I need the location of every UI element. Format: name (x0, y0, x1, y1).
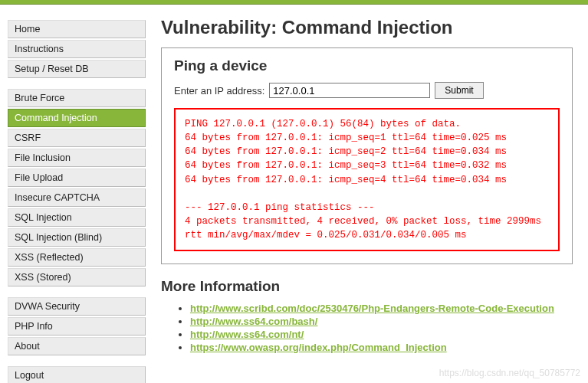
sidebar-item-xss-stored[interactable]: XSS (Stored) (8, 268, 146, 286)
menu-group: DVWA SecurityPHP InfoAbout (8, 297, 146, 355)
info-link[interactable]: http://www.ss64.com/bash/ (190, 316, 317, 327)
sidebar-item-dvwa-security[interactable]: DVWA Security (8, 297, 146, 316)
list-item: http://www.ss64.com/nt/ (190, 329, 573, 340)
sidebar-item-home[interactable]: Home (8, 20, 146, 38)
menu-group: Brute ForceCommand InjectionCSRFFile Inc… (8, 89, 146, 286)
ping-output: PING 127.0.0.1 (127.0.0.1) 56(84) bytes … (174, 108, 560, 251)
sidebar-item-command-injection[interactable]: Command Injection (8, 109, 146, 127)
more-info-heading: More Information (161, 278, 573, 295)
sidebar-item-setup-reset-db[interactable]: Setup / Reset DB (8, 60, 146, 78)
list-item: http://www.ss64.com/bash/ (190, 316, 573, 327)
list-item: http://www.scribd.com/doc/2530476/Php-En… (190, 303, 573, 314)
watermark-text: https://blog.csdn.net/qq_50785772 (439, 368, 580, 378)
sidebar-item-file-upload[interactable]: File Upload (8, 169, 146, 187)
more-info-links: http://www.scribd.com/doc/2530476/Php-En… (161, 303, 573, 353)
main-content: Vulnerability: Command Injection Ping a … (161, 12, 580, 383)
ip-label: Enter an IP address: (174, 85, 264, 97)
info-link[interactable]: http://www.ss64.com/nt/ (190, 329, 304, 340)
ping-form: Enter an IP address: Submit (174, 82, 560, 99)
sidebar-item-instructions[interactable]: Instructions (8, 40, 146, 58)
page-container: HomeInstructionsSetup / Reset DBBrute Fo… (0, 5, 588, 383)
sidebar-item-insecure-captcha[interactable]: Insecure CAPTCHA (8, 188, 146, 207)
ping-panel: Ping a device Enter an IP address: Submi… (161, 47, 573, 264)
sidebar-item-about[interactable]: About (8, 337, 146, 355)
list-item: https://www.owasp.org/index.php/Command_… (190, 342, 573, 353)
sidebar-item-brute-force[interactable]: Brute Force (8, 89, 146, 107)
sidebar-item-logout[interactable]: Logout (8, 366, 146, 383)
page-title: Vulnerability: Command Injection (161, 17, 573, 38)
sidebar-item-sql-injection-blind[interactable]: SQL Injection (Blind) (8, 228, 146, 247)
panel-title: Ping a device (174, 57, 560, 74)
sidebar-item-php-info[interactable]: PHP Info (8, 317, 146, 336)
sidebar: HomeInstructionsSetup / Reset DBBrute Fo… (8, 12, 146, 383)
sidebar-item-sql-injection[interactable]: SQL Injection (8, 208, 146, 227)
submit-button[interactable]: Submit (435, 82, 483, 99)
info-link[interactable]: http://www.scribd.com/doc/2530476/Php-En… (190, 303, 554, 314)
sidebar-item-file-inclusion[interactable]: File Inclusion (8, 149, 146, 167)
menu-group: Logout (8, 366, 146, 383)
menu-group: HomeInstructionsSetup / Reset DB (8, 20, 146, 78)
sidebar-item-xss-reflected[interactable]: XSS (Reflected) (8, 248, 146, 267)
sidebar-item-csrf[interactable]: CSRF (8, 129, 146, 147)
ip-input[interactable] (269, 83, 430, 98)
info-link[interactable]: https://www.owasp.org/index.php/Command_… (190, 342, 447, 353)
